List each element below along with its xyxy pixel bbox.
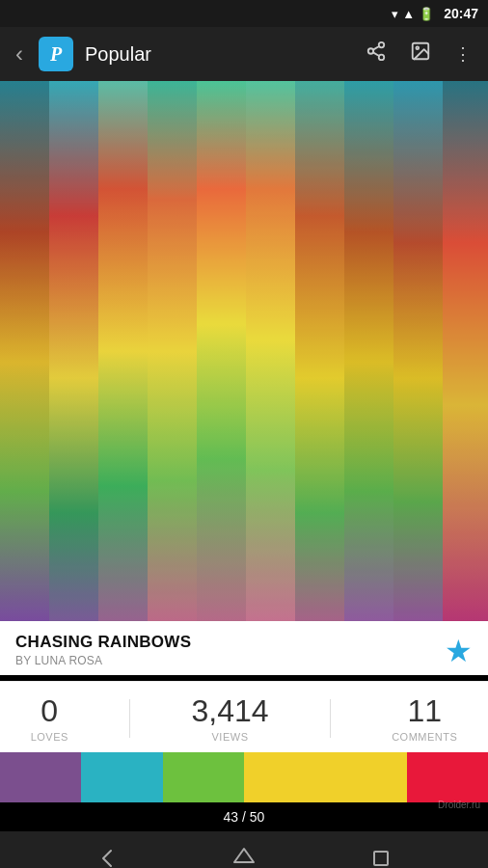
palette-swatch-2[interactable]	[81, 752, 162, 802]
wallpaper-title: CHASING RAINBOWS	[15, 633, 473, 652]
pagination-text: 43 / 50	[224, 809, 265, 825]
comments-value: 11	[407, 693, 442, 729]
svg-line-4	[373, 46, 379, 50]
status-icons: ▾ ▲ 🔋 20:47	[392, 6, 478, 21]
pagination-bar: 43 / 50	[0, 802, 488, 831]
back-button[interactable]: ‹	[8, 33, 31, 75]
info-section: CHASING RAINBOWS BY LUNA ROSA ★	[0, 621, 488, 675]
watermark: Droider.ru	[438, 800, 480, 810]
wallpaper-author: BY LUNA ROSA	[15, 654, 473, 667]
nav-recents-button[interactable]	[367, 845, 394, 868]
status-bar: ▾ ▲ 🔋 20:47	[0, 0, 488, 27]
app-icon-letter: P	[50, 43, 62, 66]
wifi-icon: ▾	[392, 7, 398, 21]
bottom-nav	[0, 831, 488, 868]
loves-label: LOVES	[31, 731, 68, 743]
app-title: Popular	[85, 43, 350, 66]
stat-divider-1	[129, 699, 130, 738]
app-icon: P	[39, 37, 73, 71]
stats-row: 0 LOVES 3,414 VIEWS 11 COMMENTS	[0, 681, 488, 752]
signal-icon: ▲	[402, 7, 415, 21]
svg-marker-18	[234, 849, 254, 862]
loves-stat: 0 LOVES	[31, 693, 68, 743]
more-button[interactable]: ⋮	[447, 36, 480, 72]
loves-value: 0	[41, 693, 58, 729]
palette-swatch-5[interactable]	[325, 752, 406, 802]
stat-divider-2	[330, 699, 331, 738]
palette-swatch-1[interactable]	[0, 752, 81, 802]
nav-back-button[interactable]	[94, 845, 121, 868]
views-value: 3,414	[191, 693, 268, 729]
svg-rect-17	[0, 81, 488, 621]
star-button[interactable]: ★	[445, 633, 473, 669]
share-button[interactable]	[358, 33, 394, 75]
comments-label: COMMENTS	[392, 731, 457, 743]
app-bar: ‹ P Popular ⋮	[0, 27, 488, 81]
views-stat: 3,414 VIEWS	[191, 693, 268, 743]
comments-stat: 11 COMMENTS	[392, 693, 457, 743]
nav-home-button[interactable]	[230, 845, 258, 868]
rainbow-svg	[0, 81, 488, 621]
palette-swatch-4[interactable]	[244, 752, 325, 802]
palette-row	[0, 752, 488, 802]
status-time: 20:47	[444, 6, 478, 21]
wallpaper-image	[0, 81, 488, 621]
palette-swatch-6[interactable]	[407, 752, 488, 802]
palette-swatch-3[interactable]	[163, 752, 244, 802]
info-row-container: CHASING RAINBOWS BY LUNA ROSA ★ 0 LOVES …	[0, 621, 488, 752]
svg-line-3	[373, 52, 379, 56]
battery-icon: 🔋	[419, 7, 434, 21]
views-label: VIEWS	[212, 731, 249, 743]
image-button[interactable]	[402, 33, 439, 75]
svg-point-6	[416, 46, 419, 49]
svg-rect-19	[374, 852, 388, 865]
